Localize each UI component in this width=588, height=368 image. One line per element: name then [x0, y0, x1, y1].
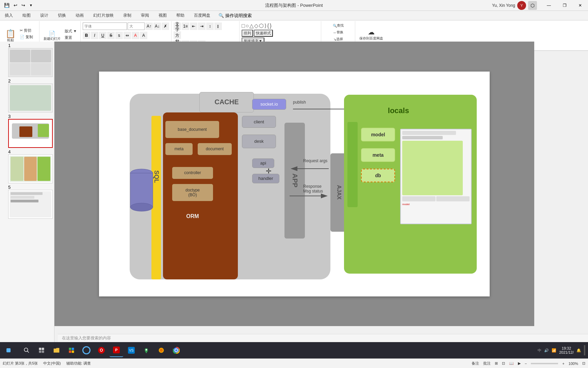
slide-number-2: 2 [8, 78, 11, 83]
underline-button[interactable]: U [99, 32, 107, 39]
italic-button[interactable]: I [91, 32, 98, 39]
char-spacing-button[interactable]: ⇔ [124, 32, 131, 39]
highlight-button[interactable]: A [140, 32, 147, 39]
taskbar-cortana[interactable] [80, 343, 93, 357]
taskbar-maps[interactable] [140, 343, 153, 357]
ime-indicator[interactable]: 中 [538, 348, 541, 353]
tab-slideshow[interactable]: 幻灯片放映 [88, 11, 118, 20]
meta-green-box[interactable]: meta [361, 148, 395, 162]
cut-button[interactable]: ✂ 剪切 [18, 28, 37, 33]
taskbar-search[interactable] [20, 343, 33, 357]
doctype-bo-box[interactable]: doctype (BO) [172, 184, 213, 201]
find-button[interactable]: 🔍 查找 [323, 22, 353, 29]
arrange-button[interactable]: 排列 [242, 30, 253, 37]
tab-baidu[interactable]: 百度网盘 [189, 11, 215, 20]
customize-icon[interactable]: ▼ [28, 3, 34, 8]
presenter-view-button[interactable]: ▶ [518, 361, 521, 366]
increase-indent-button[interactable]: ⇥ [198, 22, 206, 30]
reading-view-button[interactable]: 📖 [509, 361, 514, 366]
columns-button[interactable]: ⫿ [214, 22, 222, 30]
api-box[interactable]: api [252, 158, 274, 168]
quick-styles-button[interactable]: 快速样式 [254, 30, 273, 37]
model-box[interactable]: model [361, 128, 395, 141]
tab-animation[interactable]: 动画 [71, 11, 88, 20]
slide-canvas[interactable]: SQL ORM base_document meta document cont… [99, 72, 490, 296]
tab-design[interactable]: 设计 [35, 11, 53, 20]
zoom-in-button[interactable]: + [562, 362, 564, 366]
date-label: 2021/12/ [559, 350, 574, 354]
slide-thumb-4[interactable] [8, 154, 53, 183]
clock[interactable]: 19:32 2021/12/ [559, 346, 574, 354]
numbered-list-button[interactable]: 1≡ [182, 22, 189, 30]
slide-thumb-2[interactable] [8, 83, 53, 112]
font-size-input[interactable] [128, 22, 145, 30]
main-area[interactable]: SQL ORM base_document meta document cont… [54, 42, 534, 326]
normal-view-button[interactable]: ⊞ [495, 361, 498, 366]
tab-record[interactable]: 录制 [118, 11, 136, 20]
desk-box[interactable]: desk [242, 135, 276, 148]
line-spacing-button[interactable]: ↕ [206, 22, 214, 30]
taskbar-chrome[interactable] [169, 343, 183, 357]
maximize-button[interactable]: ❐ [557, 0, 572, 11]
font-name-input[interactable] [83, 22, 127, 30]
share-icon[interactable]: ⬡ [528, 1, 537, 10]
socketio-box[interactable]: socket.io [252, 99, 286, 110]
network-icon[interactable]: 📶 [552, 348, 556, 353]
tab-view[interactable]: 视图 [154, 11, 172, 20]
speakers-icon[interactable]: 🔊 [544, 348, 549, 353]
taskbar-vscode[interactable]: VS [125, 343, 138, 357]
controller-box[interactable]: controller [172, 167, 213, 179]
zoom-out-button[interactable]: − [525, 362, 527, 366]
notification-button[interactable]: 🔔 [576, 348, 581, 353]
user-avatar[interactable]: Y [517, 1, 526, 10]
tab-insert[interactable]: 插入 [0, 11, 18, 20]
decrease-font-button[interactable]: A↓ [153, 22, 161, 30]
decrease-indent-button[interactable]: ⇤ [190, 22, 197, 30]
tab-review[interactable]: 审阅 [136, 11, 154, 20]
tab-help[interactable]: 帮助 [172, 11, 189, 20]
close-button[interactable]: ✕ [572, 0, 588, 11]
layout-button[interactable]: 版式 ▼ [63, 28, 78, 34]
slide-thumb-1[interactable] [8, 48, 53, 77]
taskbar-app6[interactable] [154, 343, 168, 357]
client-box[interactable]: client [242, 116, 276, 128]
comments-button[interactable]: 批注 [483, 361, 491, 366]
taskbar-powerpoint[interactable]: P [110, 343, 123, 357]
redo-icon[interactable]: ↪ [20, 2, 27, 9]
handler-box[interactable]: handler [252, 174, 279, 183]
copy-button[interactable]: 📄 复制 [18, 34, 37, 40]
minimize-button[interactable]: — [541, 0, 557, 11]
save-icon[interactable]: 💾 [3, 2, 11, 9]
bold-button[interactable]: B [83, 32, 90, 39]
slide-thumb-3[interactable] [8, 119, 53, 148]
notes-button[interactable]: 备注 [472, 361, 479, 366]
cache-box[interactable]: CACHE [199, 92, 254, 112]
tab-transition[interactable]: 切换 [53, 11, 71, 20]
taskbar-file-explorer[interactable] [50, 343, 63, 357]
reset-button[interactable]: 重置 [63, 35, 78, 41]
start-button[interactable] [0, 348, 17, 352]
font-color-button[interactable]: A [132, 32, 139, 39]
meta-brown-box[interactable]: meta [165, 143, 193, 155]
base-document-box[interactable]: base_document [165, 121, 219, 138]
replace-button[interactable]: ↔ 替换 [323, 29, 353, 35]
taskbar-opera[interactable]: O [95, 343, 108, 357]
taskbar-app2[interactable] [65, 343, 78, 357]
zoom-slider[interactable] [531, 363, 558, 364]
shadow-button[interactable]: s [115, 32, 123, 39]
search-actions[interactable]: 🔍 操作说明搜索 [215, 11, 255, 20]
taskbar-task-view[interactable] [35, 343, 48, 357]
fit-button[interactable]: ⊡ [582, 361, 585, 366]
show-desktop-button[interactable] [584, 345, 585, 355]
db-box[interactable]: db [361, 169, 395, 182]
strikethrough-button[interactable]: S [107, 32, 115, 39]
clear-format-button[interactable]: ✗ [162, 22, 169, 30]
text-direction-button[interactable]: 文字方向▼ [174, 31, 181, 39]
tab-draw[interactable]: 绘图 [18, 11, 35, 20]
slide-sorter-button[interactable]: ⊡ [502, 361, 505, 366]
increase-font-button[interactable]: A↑ [145, 22, 153, 30]
undo-icon[interactable]: ↩ [12, 2, 19, 9]
document-box[interactable]: document [198, 143, 232, 155]
slide-thumb-5[interactable] [8, 190, 53, 219]
controller-label: controller [184, 170, 201, 175]
